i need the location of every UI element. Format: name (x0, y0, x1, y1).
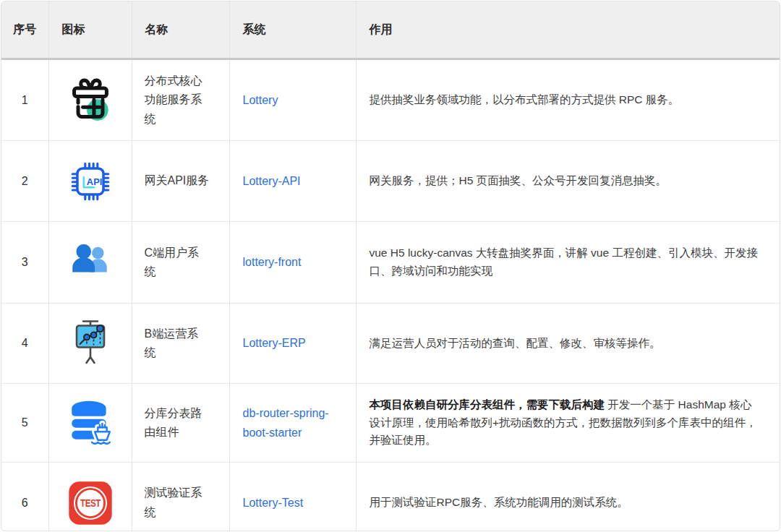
system-link-db-router[interactable]: db-router-spring-boot-starter (243, 407, 329, 439)
system-role: vue H5 lucky-canvas 大转盘抽奖界面，讲解 vue 工程创建、… (356, 222, 780, 304)
svg-text:API: API (86, 176, 101, 186)
row-number: 5 (1, 384, 48, 463)
header-icon: 图标 (48, 1, 132, 59)
system-name: B端运营系统 (132, 304, 229, 384)
system-link-lottery-erp[interactable]: Lottery-ERP (243, 337, 306, 349)
header-num: 序号 (1, 1, 48, 59)
table-row: 2 API 网关API服务 Lottery-API 网关服务，提供；H5 页面抽… (1, 141, 780, 222)
row-number: 1 (1, 59, 48, 141)
table-row: 5 (1, 384, 780, 463)
table-row: 6 TEST 测试验证系统 Lottery-Test 用于测试验证RPC服务、系… (1, 463, 780, 532)
row-number: 2 (1, 141, 48, 222)
system-role: 网关服务，提供；H5 页面抽奖、公众号开发回复消息抽奖。 (356, 141, 780, 222)
system-link-lottery-test[interactable]: Lottery-Test (243, 497, 304, 509)
system-link-lottery-front[interactable]: lottery-front (243, 256, 302, 268)
system-name: 测试验证系统 (132, 463, 229, 532)
database-ship-icon (48, 384, 132, 463)
system-name: 网关API服务 (132, 141, 229, 222)
table-row: 1 分布式核心功能服务系统 Lottery 提供抽奖 (1, 59, 780, 141)
system-role: 本项目依赖自研分库分表组件，需要下载后构建 开发一个基于 HashMap 核心设… (356, 384, 780, 463)
presentation-chart-icon (48, 304, 132, 384)
test-badge-icon: TEST (48, 463, 132, 532)
svg-text:TEST: TEST (80, 497, 101, 509)
system-role: 满足运营人员对于活动的查询、配置、修改、审核等操作。 (356, 304, 780, 384)
system-role: 提供抽奖业务领域功能，以分布式部署的方式提供 RPC 服务。 (356, 59, 780, 141)
system-name: C端用户系统 (132, 222, 229, 304)
header-role: 作用 (356, 1, 780, 59)
system-link-lottery-api[interactable]: Lottery-API (243, 175, 301, 187)
row-number: 6 (1, 463, 48, 532)
header-system: 系统 (229, 1, 356, 59)
gift-icon (48, 59, 132, 141)
api-chip-icon: API (48, 141, 132, 222)
header-name: 名称 (132, 1, 229, 59)
row-number: 3 (1, 222, 48, 304)
table-row: 4 (1, 304, 780, 384)
system-name: 分库分表路由组件 (132, 384, 229, 463)
system-link-lottery[interactable]: Lottery (243, 94, 278, 106)
systems-table: 序号 图标 名称 系统 作用 1 (1, 1, 780, 531)
table-row: 3 C端用户系统 lottery-front vue H5 lucky-canv… (1, 222, 780, 304)
system-role: 用于测试验证RPC服务、系统功能调用的测试系统。 (356, 463, 780, 532)
users-icon (48, 222, 132, 304)
row-number: 4 (1, 304, 48, 384)
system-name: 分布式核心功能服务系统 (132, 59, 229, 141)
header-row: 序号 图标 名称 系统 作用 (1, 1, 780, 59)
